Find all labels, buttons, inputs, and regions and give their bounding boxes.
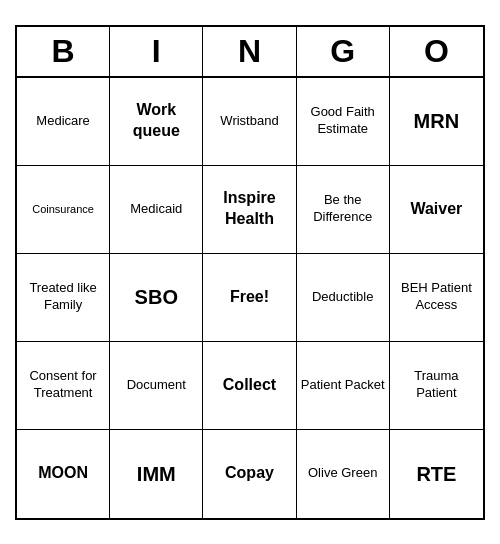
- bingo-cell: Consent for Treatment: [17, 342, 110, 430]
- bingo-cell: Good Faith Estimate: [297, 78, 390, 166]
- bingo-cell: MRN: [390, 78, 483, 166]
- bingo-cell: Wristband: [203, 78, 296, 166]
- bingo-cell: BEH Patient Access: [390, 254, 483, 342]
- bingo-cell: Inspire Health: [203, 166, 296, 254]
- bingo-card: BINGO MedicareWork queueWristbandGood Fa…: [15, 25, 485, 520]
- bingo-header-letter: G: [297, 27, 390, 76]
- bingo-header-letter: O: [390, 27, 483, 76]
- bingo-cell: RTE: [390, 430, 483, 518]
- bingo-cell: SBO: [110, 254, 203, 342]
- bingo-cell: IMM: [110, 430, 203, 518]
- bingo-cell: Olive Green: [297, 430, 390, 518]
- bingo-cell: Free!: [203, 254, 296, 342]
- bingo-cell: Document: [110, 342, 203, 430]
- bingo-cell: Deductible: [297, 254, 390, 342]
- bingo-cell: MOON: [17, 430, 110, 518]
- bingo-header-letter: B: [17, 27, 110, 76]
- bingo-cell: Patient Packet: [297, 342, 390, 430]
- bingo-cell: Coinsurance: [17, 166, 110, 254]
- bingo-cell: Copay: [203, 430, 296, 518]
- bingo-header: BINGO: [17, 27, 483, 78]
- bingo-cell: Be the Difference: [297, 166, 390, 254]
- bingo-cell: Waiver: [390, 166, 483, 254]
- bingo-cell: Work queue: [110, 78, 203, 166]
- bingo-cell: Treated like Family: [17, 254, 110, 342]
- bingo-header-letter: I: [110, 27, 203, 76]
- bingo-grid: MedicareWork queueWristbandGood Faith Es…: [17, 78, 483, 518]
- bingo-cell: Trauma Patient: [390, 342, 483, 430]
- bingo-cell: Medicare: [17, 78, 110, 166]
- bingo-header-letter: N: [203, 27, 296, 76]
- bingo-cell: Medicaid: [110, 166, 203, 254]
- bingo-cell: Collect: [203, 342, 296, 430]
